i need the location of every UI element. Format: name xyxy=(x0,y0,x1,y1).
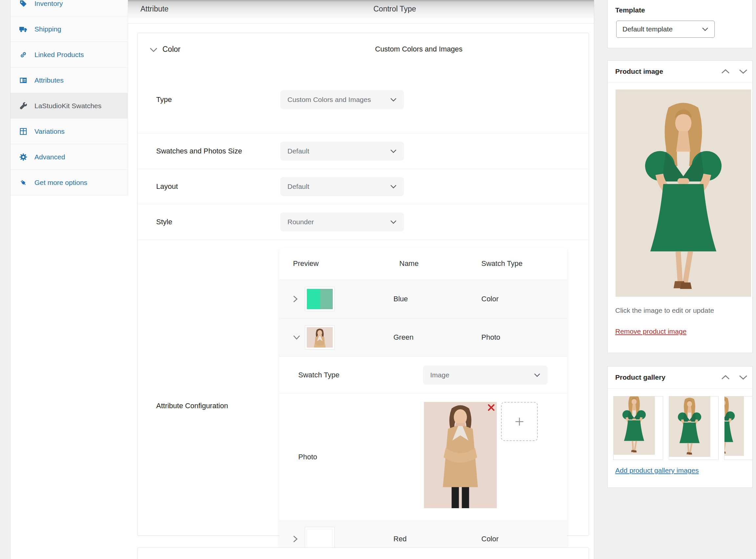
attributes-table-header: Attribute Control Type xyxy=(128,0,594,24)
chevron-down-icon[interactable] xyxy=(149,47,158,53)
attribute-control-type: Custom Colors and Images xyxy=(375,45,463,53)
field-row-type: Type Custom Colors and Images xyxy=(137,66,589,133)
blue-swatch-preview xyxy=(305,287,335,311)
swatch-color-right xyxy=(320,289,333,309)
page-left-gutter xyxy=(0,0,10,559)
attribute-name: Color xyxy=(163,45,180,54)
sidebar-item-variations[interactable]: Variations xyxy=(10,119,128,144)
gallery-thumbnail-3[interactable] xyxy=(724,396,753,460)
attribute-configuration-label: Attribute Configuration xyxy=(156,402,228,410)
chevron-down-icon xyxy=(390,149,397,154)
sidebar-item-label: LaStudioKit Swatches xyxy=(35,102,101,110)
add-gallery-images-link[interactable]: Add product gallery images xyxy=(615,467,698,474)
move-down-button[interactable] xyxy=(739,375,748,380)
swatch-type-value: Photo xyxy=(481,333,500,342)
product-data-screen: Inventory Shipping Linked Products Attri… xyxy=(0,0,756,559)
swatch-name: Blue xyxy=(393,295,408,303)
sidebar-item-get-more-options[interactable]: Get more options xyxy=(10,170,128,195)
product-gallery-header: Product gallery xyxy=(608,366,752,388)
add-photo-button[interactable] xyxy=(501,402,538,441)
gallery-thumbnails xyxy=(613,396,753,460)
swatch-color-left xyxy=(307,289,320,309)
type-select[interactable]: Custom Colors and Images xyxy=(280,90,404,109)
move-down-button[interactable] xyxy=(739,69,748,74)
preview-column-header: Preview xyxy=(293,259,319,268)
size-select[interactable]: Default xyxy=(280,142,404,161)
plus-icon xyxy=(514,416,525,427)
move-up-button[interactable] xyxy=(721,375,730,380)
layout-label: Layout xyxy=(156,182,178,191)
chevron-down-icon xyxy=(390,219,397,225)
wrench-icon xyxy=(19,102,27,110)
sidebar-item-label: Variations xyxy=(35,128,65,135)
control-type-column-header: Control Type xyxy=(373,5,416,14)
next-attribute-card xyxy=(137,547,589,559)
sidebar-item-label: Advanced xyxy=(35,153,65,161)
sidebar-item-linked-products[interactable]: Linked Products xyxy=(10,42,128,68)
sidebar-item-label: Get more options xyxy=(35,179,87,186)
product-gallery-title: Product gallery xyxy=(615,374,666,381)
swatch-type-value: Color xyxy=(481,535,499,543)
remove-product-image-link[interactable]: Remove product image xyxy=(615,328,687,335)
sidebar-item-label: Shipping xyxy=(35,25,61,33)
tag-icon xyxy=(19,0,27,8)
sidebar-item-advanced[interactable]: Advanced xyxy=(10,144,128,170)
swatch-type-select[interactable]: Image xyxy=(423,365,548,385)
type-label: Type xyxy=(156,95,172,104)
gallery-thumbnail-2[interactable] xyxy=(669,396,719,460)
swatch-photo-thumbnail[interactable] xyxy=(424,402,497,508)
table-row-blue[interactable]: Blue Color xyxy=(279,280,567,318)
product-image-thumbnail[interactable] xyxy=(615,90,751,297)
product-image-header: Product image xyxy=(608,61,752,83)
table-row-green[interactable]: Green Photo xyxy=(279,318,567,357)
sidebar-item-inventory[interactable]: Inventory xyxy=(10,0,128,16)
photo-label: Photo xyxy=(298,453,317,461)
move-up-button[interactable] xyxy=(721,69,730,74)
index-card-icon xyxy=(19,76,27,85)
sidebar-item-label: Linked Products xyxy=(35,51,84,59)
chevron-down-icon[interactable] xyxy=(293,334,301,340)
product-data-tabs: Inventory Shipping Linked Products Attri… xyxy=(10,0,128,196)
product-image-caption: Click the image to edit or update xyxy=(615,307,714,314)
gallery-thumbnail-1[interactable] xyxy=(613,396,663,460)
style-label: Style xyxy=(156,218,172,226)
attribute-column-header: Attribute xyxy=(141,5,169,14)
truck-icon xyxy=(19,25,27,33)
grid-icon xyxy=(19,127,27,136)
coat-photo xyxy=(424,402,497,508)
green-swatch-preview xyxy=(305,325,335,350)
remove-photo-icon[interactable] xyxy=(487,403,495,412)
template-title: Template xyxy=(615,6,645,14)
product-gallery-box: Product gallery Add product gallery imag… xyxy=(607,366,753,488)
sidebar-item-lastudiokit-swatches[interactable]: LaStudioKit Swatches xyxy=(10,93,128,119)
swatch-name: Red xyxy=(393,535,407,543)
swatch-name: Green xyxy=(393,333,413,342)
attribute-configuration-section: Attribute Configuration Preview Name Swa… xyxy=(137,240,589,536)
chevron-right-icon[interactable] xyxy=(293,535,298,543)
green-swatch-type-row: Swatch Type Image xyxy=(279,357,567,394)
style-select[interactable]: Rounder xyxy=(280,213,404,231)
link-icon xyxy=(19,50,27,59)
green-dress-photo xyxy=(615,90,751,297)
sidebar-item-attributes[interactable]: Attributes xyxy=(10,68,128,93)
color-attribute-row[interactable]: Color Custom Colors and Images xyxy=(137,33,589,66)
template-box: Template Default template xyxy=(607,0,753,48)
plug-icon xyxy=(19,178,27,187)
color-attribute-card: Color Custom Colors and Images Type Cust… xyxy=(137,33,589,536)
template-select[interactable]: Default template xyxy=(616,21,715,38)
post-sidebar: Template Default template Product image … xyxy=(594,0,756,559)
product-image-box: Product image Click the image to edit or… xyxy=(607,60,753,353)
coat-photo-thumbnail xyxy=(307,327,333,348)
chevron-right-icon[interactable] xyxy=(293,295,298,303)
sidebar-item-shipping[interactable]: Shipping xyxy=(10,16,128,42)
green-photo-row: Photo xyxy=(279,394,567,521)
green-dress-photo xyxy=(669,396,718,460)
swatch-type-column-header: Swatch Type xyxy=(481,259,523,268)
chevron-down-icon xyxy=(534,373,540,378)
layout-select[interactable]: Default xyxy=(280,177,404,196)
chevron-down-icon xyxy=(702,27,708,31)
size-label: Swatches and Photos Size xyxy=(156,147,242,155)
product-image-title: Product image xyxy=(615,68,663,75)
swatch-color-white xyxy=(307,529,333,549)
swatch-type-value: Color xyxy=(481,295,499,303)
